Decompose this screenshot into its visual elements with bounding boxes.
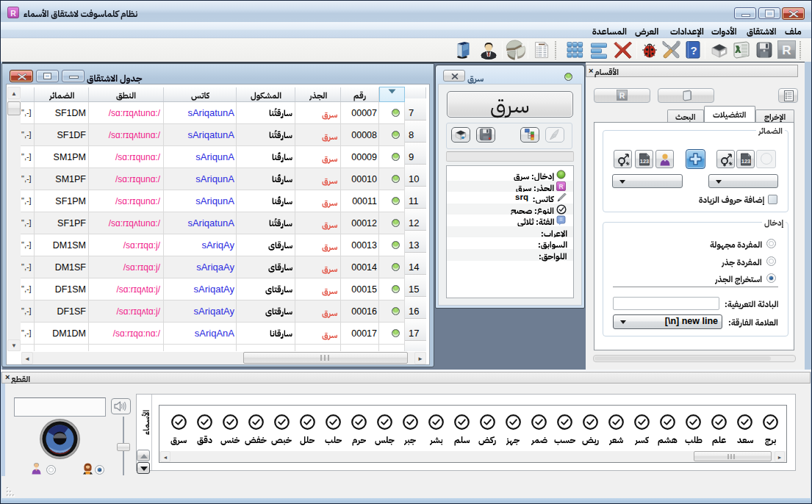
svg-text:123: 123 [640, 158, 650, 165]
svg-text:R: R [619, 91, 625, 100]
svg-text:R: R [558, 183, 563, 190]
svg-text:?: ? [690, 44, 697, 57]
svg-text:R: R [10, 9, 16, 18]
svg-text:R: R [782, 43, 791, 57]
svg-text:123: 123 [741, 158, 751, 165]
